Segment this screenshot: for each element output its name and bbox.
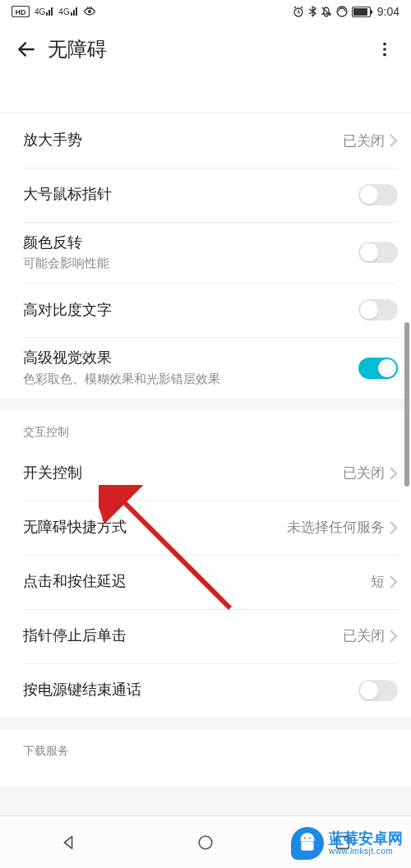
toggle-advanced-visual[interactable] [358,358,398,379]
status-time: 9:04 [377,5,399,18]
row-advanced-visual[interactable]: 高级视觉效果 色彩取色、模糊效果和光影错层效果 [0,337,411,398]
alarm-icon [293,6,304,17]
toggle-large-pointer[interactable] [358,184,398,205]
more-button[interactable] [368,33,401,66]
signal-1-icon: 4G [35,7,55,16]
section-interaction: 交互控制 开关控制 已关闭 无障碍快捷方式 未选择任何服务 点击和按住延迟 短 … [0,410,411,718]
row-accessibility-shortcut[interactable]: 无障碍快捷方式 未选择任何服务 [0,501,411,555]
row-title: 无障碍快捷方式 [23,518,287,537]
back-button[interactable] [10,33,43,66]
toggle-high-contrast[interactable] [358,299,398,321]
section-download: 下载服务 [0,729,411,787]
eye-icon [83,7,96,16]
row-value: 已关闭 [343,132,385,150]
chevron-right-icon [388,133,398,148]
more-vertical-icon [376,40,394,58]
section-visual: 放大手势 已关闭 大号鼠标指针 颜色反转 可能会影响性能 高对比度文字 高级视觉… [0,76,411,399]
nav-home[interactable] [181,816,230,868]
row-title: 开关控制 [23,464,343,482]
svg-point-8 [383,43,386,46]
row-click-after-stop[interactable]: 指针停止后单击 已关闭 [0,609,411,663]
battery-icon [352,7,373,17]
row-color-invert[interactable]: 颜色反转 可能会影响性能 [0,222,411,283]
system-nav-bar [0,815,411,868]
row-value: 已关闭 [343,626,385,645]
row-title: 按电源键结束通话 [23,681,358,699]
prev-row-peek [0,76,411,113]
mute-icon [321,6,332,17]
svg-rect-7 [371,10,372,14]
section-header-download: 下载服务 [0,729,411,765]
row-title: 颜色反转 [23,233,358,252]
row-subtitle: 色彩取色、模糊效果和光影错层效果 [23,372,358,387]
section-header-interaction: 交互控制 [0,410,411,446]
page-title: 无障碍 [48,36,107,62]
circle-home-icon [196,833,215,852]
row-switch-control[interactable]: 开关控制 已关闭 [0,446,411,501]
bluetooth-icon [308,6,316,17]
chevron-right-icon [388,466,398,481]
svg-rect-6 [353,8,367,16]
app-bar: 无障碍 [0,23,411,76]
row-value: 未选择任何服务 [287,518,385,537]
row-value: 已关闭 [343,464,385,482]
hd-icon: HD [12,6,30,17]
svg-point-9 [383,48,386,51]
settings-content: 放大手势 已关闭 大号鼠标指针 颜色反转 可能会影响性能 高对比度文字 高级视觉… [0,76,411,815]
row-touch-hold-delay[interactable]: 点击和按住延迟 短 [0,555,411,609]
row-title: 点击和按住延迟 [23,572,371,591]
row-subtitle: 可能会影响性能 [23,256,358,271]
toggle-color-invert[interactable] [358,242,398,263]
row-title: 大号鼠标指针 [23,185,358,204]
row-title: 指针停止后单击 [23,626,343,645]
row-value: 短 [371,572,385,591]
svg-point-2 [88,10,91,13]
row-title: 高级视觉效果 [23,349,358,367]
row-large-pointer[interactable]: 大号鼠标指针 [0,168,411,222]
status-bar: HD 4G 4G 9:04 [0,0,411,23]
chevron-right-icon [388,520,398,535]
nav-recent[interactable] [318,816,367,868]
signal-2-icon: 4G [58,7,79,16]
triangle-back-icon [59,833,77,852]
toggle-power-end-call[interactable] [358,680,398,701]
chevron-right-icon [388,629,398,644]
square-recent-icon [334,833,352,852]
row-high-contrast-text[interactable]: 高对比度文字 [0,283,411,337]
row-magnify-gesture[interactable]: 放大手势 已关闭 [0,113,411,168]
chevron-right-icon [388,575,398,589]
svg-text:HD: HD [16,8,26,16]
svg-rect-13 [336,836,349,848]
data-icon [336,6,348,17]
back-arrow-icon [16,39,37,60]
row-title: 放大手势 [23,131,343,150]
nav-back[interactable] [44,816,93,868]
svg-point-10 [383,53,386,57]
svg-point-12 [199,836,212,849]
row-title: 高对比度文字 [23,301,358,320]
row-power-end-call[interactable]: 按电源键结束通话 [0,663,411,718]
